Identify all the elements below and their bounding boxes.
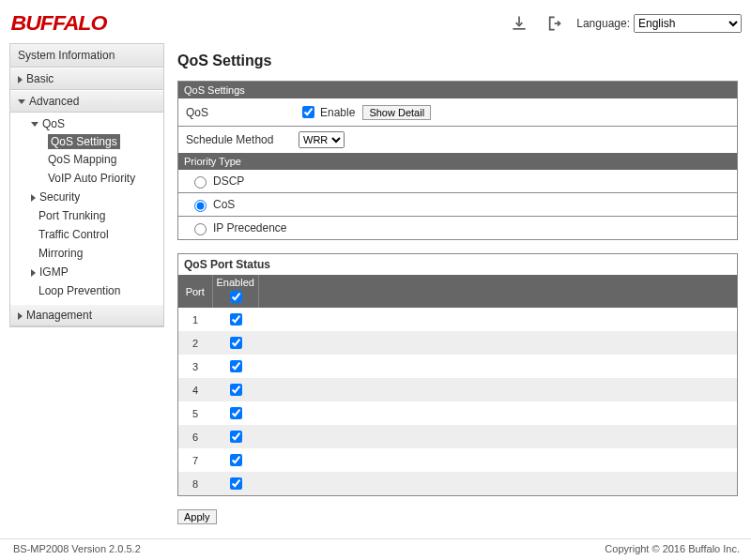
caret-right-icon <box>31 269 36 277</box>
table-row: 2 <box>178 331 737 355</box>
th-blank <box>258 275 737 308</box>
logout-icon[interactable] <box>543 13 563 34</box>
sidebar-item-qos[interactable]: QoS <box>10 114 163 133</box>
table-row: 5 <box>178 401 737 425</box>
port-enabled-checkbox[interactable] <box>230 337 242 349</box>
sidebar-item-label: Security <box>39 190 80 204</box>
priority-cos-label: CoS <box>213 198 235 211</box>
footer-version: BS-MP2008 Version 2.0.5.2 <box>13 543 141 554</box>
sidebar-item-mirroring[interactable]: Mirroring <box>10 244 163 263</box>
th-enabled: Enabled <box>212 275 258 308</box>
table-row: 7 <box>178 448 737 472</box>
language-label: Language: <box>576 17 630 30</box>
sidebar-item-igmp[interactable]: IGMP <box>10 263 163 281</box>
priority-dscp-radio[interactable] <box>194 176 207 189</box>
port-enabled-checkbox[interactable] <box>230 454 242 466</box>
priority-cos-row[interactable]: CoS <box>178 193 737 216</box>
qos-settings-panel: QoS Settings QoS Enable Show Detail Sche… <box>177 81 738 240</box>
caret-down-icon <box>18 99 25 104</box>
port-enabled-cell <box>212 355 258 378</box>
caret-down-icon <box>31 122 38 127</box>
blank-cell <box>258 355 737 378</box>
schedule-label: Schedule Method <box>186 133 299 146</box>
port-enabled-checkbox[interactable] <box>230 360 242 372</box>
qos-label: QoS <box>186 106 299 119</box>
qos-enable-label: Enable <box>320 106 355 119</box>
sidebar-section-label: Basic <box>26 72 54 85</box>
qos-port-status-panel: QoS Port Status Port Enabled 12345678 <box>177 253 738 496</box>
table-row: 3 <box>178 355 737 378</box>
port-enabled-checkbox[interactable] <box>230 313 242 325</box>
qos-enable-checkbox[interactable] <box>302 106 314 118</box>
blank-cell <box>258 378 737 401</box>
port-number-cell: 1 <box>178 308 212 331</box>
port-enabled-cell <box>212 472 258 495</box>
sidebar-section-management[interactable]: Management <box>10 304 163 326</box>
port-enabled-checkbox[interactable] <box>230 407 242 419</box>
sidebar-title[interactable]: System Information <box>10 44 163 68</box>
language-selector: Language: English <box>576 14 742 33</box>
page-title: QoS Settings <box>177 53 738 69</box>
show-detail-button[interactable]: Show Detail <box>362 105 431 120</box>
download-icon[interactable] <box>509 13 529 34</box>
sidebar: System Information Basic Advanced QoS Qo… <box>9 43 164 327</box>
main-content: QoS Settings QoS Settings QoS Enable Sho… <box>164 43 742 524</box>
priority-type-header: Priority Type <box>178 153 737 170</box>
port-number-cell: 4 <box>178 378 212 401</box>
port-enabled-cell <box>212 425 258 448</box>
port-status-table: Port Enabled 12345678 <box>178 275 737 495</box>
sidebar-item-qos-mapping[interactable]: QoS Mapping <box>10 150 163 169</box>
port-enabled-cell <box>212 331 258 355</box>
port-enabled-checkbox[interactable] <box>230 477 242 490</box>
port-number-cell: 6 <box>178 425 212 448</box>
priority-ipp-row[interactable]: IP Precedence <box>178 217 737 239</box>
sidebar-advanced-children: QoS QoS Settings QoS Mapping VoIP Auto P… <box>10 113 163 304</box>
sidebar-item-label: IGMP <box>39 265 69 279</box>
th-enabled-label: Enabled <box>217 277 254 288</box>
sidebar-item-security[interactable]: Security <box>10 188 163 206</box>
sidebar-item-qos-settings[interactable]: QoS Settings <box>48 134 120 149</box>
sidebar-section-advanced[interactable]: Advanced <box>10 90 163 113</box>
priority-ipp-radio[interactable] <box>194 223 207 235</box>
qos-enable-wrap[interactable]: Enable <box>299 103 355 121</box>
table-row: 6 <box>178 425 737 448</box>
schedule-method-select[interactable]: WRR <box>299 131 345 148</box>
port-enabled-checkbox[interactable] <box>230 384 242 396</box>
language-select[interactable]: English <box>634 14 742 33</box>
schedule-row: Schedule Method WRR <box>178 127 737 153</box>
port-enabled-cell <box>212 378 258 401</box>
priority-cos-radio[interactable] <box>194 200 207 212</box>
port-number-cell: 2 <box>178 331 212 355</box>
port-enabled-cell <box>212 401 258 425</box>
blank-cell <box>258 331 737 355</box>
table-row: 1 <box>178 308 737 331</box>
sidebar-item-label: QoS <box>42 117 65 130</box>
sidebar-item-port-trunking[interactable]: Port Trunking <box>10 206 163 225</box>
sidebar-item-traffic-control[interactable]: Traffic Control <box>10 225 163 244</box>
port-enabled-cell <box>212 448 258 472</box>
table-row: 4 <box>178 378 737 401</box>
caret-right-icon <box>31 194 36 202</box>
priority-dscp-row[interactable]: DSCP <box>178 170 737 192</box>
apply-button[interactable]: Apply <box>177 509 217 524</box>
sidebar-section-label: Management <box>26 309 92 322</box>
sidebar-item-voip-auto-priority[interactable]: VoIP Auto Priority <box>10 169 163 188</box>
th-port: Port <box>178 275 212 308</box>
port-enabled-cell <box>212 308 258 331</box>
port-number-cell: 5 <box>178 401 212 425</box>
footer: BS-MP2008 Version 2.0.5.2 Copyright © 20… <box>0 538 751 560</box>
table-row: 8 <box>178 472 737 495</box>
blank-cell <box>258 472 737 495</box>
port-number-cell: 8 <box>178 472 212 495</box>
port-enabled-checkbox[interactable] <box>230 431 242 443</box>
port-status-title: QoS Port Status <box>178 254 737 275</box>
port-number-cell: 3 <box>178 355 212 378</box>
sidebar-section-basic[interactable]: Basic <box>10 68 163 90</box>
blank-cell <box>258 425 737 448</box>
footer-copyright: Copyright © 2016 Buffalo Inc. <box>605 543 740 554</box>
qos-row: QoS Enable Show Detail <box>178 98 737 126</box>
blank-cell <box>258 401 737 425</box>
enable-all-checkbox[interactable] <box>230 291 242 303</box>
port-number-cell: 7 <box>178 448 212 472</box>
sidebar-item-loop-prevention[interactable]: Loop Prevention <box>10 281 163 300</box>
